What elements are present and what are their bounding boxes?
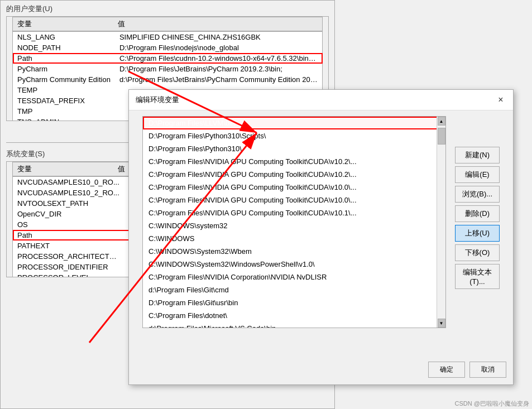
user-var-cell: TMP — [13, 106, 115, 117]
path-list-item[interactable]: D:\Program Files\LLVM\bin — [143, 117, 445, 129]
user-val-cell: SIMPLIFIED CHINESE_CHINA.ZHS16GBK — [115, 32, 323, 43]
edit-dialog: 编辑环境变量 × D:\Program Files\LLVM\binD:\Pro… — [128, 89, 514, 385]
path-list-item[interactable]: D:\Program Files\Python310\Scripts\ — [143, 129, 445, 142]
btn-edit[interactable]: 编辑(E) — [455, 166, 500, 183]
sys-var-cell: PATHEXT — [13, 240, 124, 251]
user-var-cell: TEMP — [13, 85, 115, 95]
scroll-thumb[interactable] — [438, 128, 445, 145]
path-list-item[interactable]: d:\Program Files\Git\cmd — [143, 283, 445, 296]
path-list-container[interactable]: D:\Program Files\LLVM\binD:\Program File… — [142, 116, 446, 328]
user-var-cell: NODE_PATH — [13, 42, 115, 53]
user-var-cell: NLS_LANG — [13, 32, 115, 43]
sys-var-cell: NVCUDASAMPLES10_2_RO... — [13, 187, 124, 198]
path-list-item[interactable]: C:\WINDOWS\system32 — [143, 219, 445, 232]
dialog-title: 编辑环境变量 — [136, 95, 179, 105]
btn-delete[interactable]: 删除(D) — [455, 205, 500, 222]
user-table-row[interactable]: PathC:\Program Files\cudnn-10.2-windows1… — [13, 53, 323, 64]
path-list-item[interactable]: C:\Program Files\NVIDIA GPU Computing To… — [143, 206, 445, 219]
dialog-close-btn[interactable]: × — [495, 94, 506, 105]
path-list-item[interactable]: d:\Program Files\Microsoft VS Code\bin — [143, 322, 445, 328]
path-list-item[interactable]: C:\WINDOWS\System32\Wbem — [143, 245, 445, 258]
dialog-action-buttons: 新建(N) 编辑(E) 浏览(B)... 删除(D) 上移(U) 下移(O) 编… — [455, 147, 500, 289]
sys-var-cell: PROCESSOR_ARCHITECTURE — [13, 251, 124, 262]
user-table-row[interactable]: PyCharmD:\Program Files\JetBrains\PyChar… — [13, 64, 323, 74]
user-val-cell: d:\Program Files\JetBrains\PyCharm Commu… — [115, 74, 323, 85]
path-list: D:\Program Files\LLVM\binD:\Program File… — [143, 117, 445, 328]
path-list-item[interactable]: C:\WINDOWS\System32\WindowsPowerShell\v1… — [143, 258, 445, 271]
user-var-cell: TESSDATA_PREFIX — [13, 95, 115, 106]
user-table-row[interactable]: PyCharm Community Editiond:\Program File… — [13, 74, 323, 85]
user-table-row[interactable]: NODE_PATHD:\Program Files\nodejs\node_gl… — [13, 42, 323, 53]
sys-var-cell: Path — [13, 230, 124, 240]
sys-var-cell: NVCUDASAMPLES10_0_RO... — [13, 177, 124, 188]
watermark: CSDN @巴啦啦小魔仙变身 — [455, 400, 529, 408]
user-var-cell: PyCharm Community Edition — [13, 74, 115, 85]
path-list-item[interactable]: C:\WINDOWS — [143, 232, 445, 245]
path-list-item[interactable]: C:\Program Files\NVIDIA GPU Computing To… — [143, 181, 445, 194]
scroll-down-btn[interactable]: ▼ — [438, 319, 445, 328]
dialog-cancel-btn[interactable]: 取消 — [469, 362, 506, 378]
btn-down[interactable]: 下移(O) — [455, 244, 500, 261]
path-list-item[interactable]: C:\Program Files\NVIDIA GPU Computing To… — [143, 194, 445, 206]
path-list-item[interactable]: C:\Program Files\dotnet\ — [143, 309, 445, 322]
btn-browse[interactable]: 浏览(B)... — [455, 186, 500, 203]
user-var-cell: PyCharm — [13, 64, 115, 74]
user-val-cell: D:\Program Files\JetBrains\PyCharm 2019.… — [115, 64, 323, 74]
path-list-item[interactable]: D:\Program Files\Git\usr\bin — [143, 296, 445, 309]
dialog-bottom-buttons: 确定 取消 — [428, 362, 506, 378]
sys-var-cell: PROCESSOR_IDENTIFIER — [13, 262, 124, 272]
btn-up[interactable]: 上移(U) — [455, 225, 500, 242]
dialog-ok-btn[interactable]: 确定 — [428, 362, 465, 378]
sys-var-cell: PROCESSOR_LEVEL — [13, 272, 124, 277]
user-var-cell: Path — [13, 53, 115, 64]
user-col-val: 值 — [113, 17, 323, 31]
sys-col-var: 变量 — [13, 162, 113, 176]
sys-var-cell: OpenCV_DIR — [13, 209, 124, 219]
path-list-wrapper: D:\Program Files\LLVM\binD:\Program File… — [136, 116, 453, 328]
scrollbar[interactable]: ▲ ▼ — [437, 117, 445, 328]
sys-var-cell: NVTOOLSEXT_PATH — [13, 198, 124, 209]
user-val-cell: D:\Program Files\nodejs\node_global — [115, 42, 323, 53]
user-table-row[interactable]: NLS_LANGSIMPLIFIED CHINESE_CHINA.ZHS16GB… — [13, 32, 323, 43]
path-list-item[interactable]: C:\Program Files\NVIDIA Corporation\NVID… — [143, 271, 445, 283]
user-var-table: 变量 值 — [12, 17, 323, 31]
path-list-item[interactable]: C:\Program Files\NVIDIA GPU Computing To… — [143, 155, 445, 168]
user-section-title: 的用户变量(U) — [1, 1, 334, 16]
dialog-titlebar: 编辑环境变量 × — [129, 90, 513, 110]
btn-edit-text[interactable]: 编辑文本(T)... — [455, 264, 500, 289]
path-list-item[interactable]: D:\Program Files\Python310\ — [143, 142, 445, 155]
scroll-up-btn[interactable]: ▲ — [438, 117, 445, 126]
user-val-cell: C:\Program Files\cudnn-10.2-windows10-x6… — [115, 53, 323, 64]
path-list-item[interactable]: C:\Program Files\NVIDIA GPU Computing To… — [143, 168, 445, 181]
btn-new[interactable]: 新建(N) — [455, 147, 500, 163]
user-col-var: 变量 — [13, 17, 113, 31]
sys-var-cell: OS — [13, 219, 124, 230]
user-var-cell: TNS_ADMIN — [13, 117, 115, 121]
